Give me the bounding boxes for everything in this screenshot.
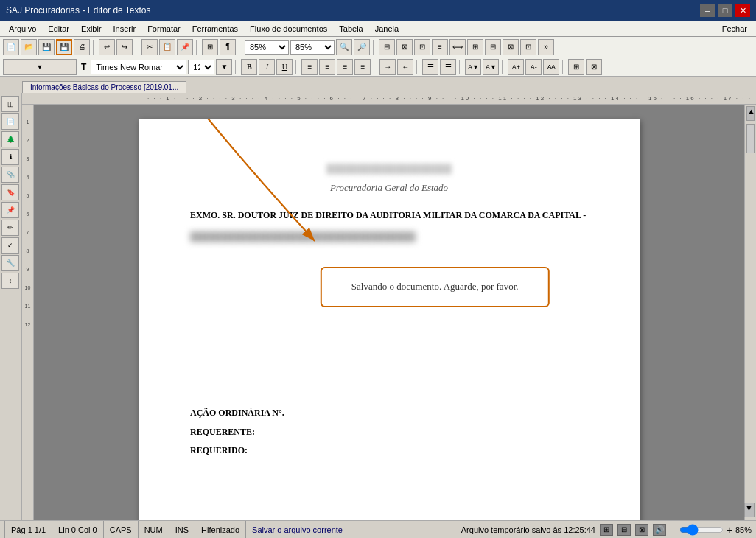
outdent-btn[interactable]: ← (397, 59, 413, 75)
side-page-btn[interactable]: 📄 (1, 113, 19, 130)
status-icon-2: ⊟ (617, 524, 631, 536)
big-text-btn[interactable]: A+ (508, 59, 524, 75)
fontcolor-btn[interactable]: A▼ (483, 59, 499, 75)
save-active-btn[interactable]: 💾 (56, 39, 72, 55)
title-bar: SAJ Procuradorias - Editor de Textos – □… (0, 0, 756, 21)
side-pin-btn[interactable]: 📌 (1, 202, 19, 218)
extra-btn-1[interactable]: ⊟ (379, 39, 395, 55)
small-text-btn[interactable]: A- (525, 59, 542, 75)
extra-btn-10[interactable]: » (538, 39, 554, 55)
align-left-btn[interactable]: ≡ (301, 59, 318, 75)
status-salvar[interactable]: Salvar o arquivo corrente (246, 521, 349, 538)
zoom-slider[interactable] (679, 524, 724, 536)
extra-btn-2[interactable]: ⊠ (396, 39, 413, 55)
undo-btn[interactable]: ↩ (99, 39, 115, 55)
side-stamp-btn[interactable]: 🔖 (1, 184, 19, 200)
menu-fechar[interactable]: Fechar (716, 23, 753, 35)
extra-btn-9[interactable]: ⊡ (520, 39, 536, 55)
side-check-btn[interactable]: ✓ (1, 237, 19, 254)
status-icon-3: ⊠ (635, 524, 648, 536)
separator-5 (373, 40, 376, 55)
menu-bar: Arquivo Editar Exibir Inserir Formatar F… (0, 21, 756, 37)
open-btn[interactable]: 📂 (21, 39, 37, 55)
horizontal-ruler: · · · 1 · · · · 2 · · · · 3 · · · · 4 · … (22, 93, 756, 105)
document-area[interactable]: ████████████████████ Procuradoria Geral … (34, 105, 744, 520)
extra-btn-5[interactable]: ⟺ (449, 39, 466, 55)
italic-btn[interactable]: I (259, 59, 275, 75)
search-btn[interactable]: 🔍 (336, 39, 352, 55)
menu-exibir[interactable]: Exibir (75, 23, 108, 35)
zoom-btn[interactable]: 🔎 (354, 39, 370, 55)
doc-tab[interactable]: Informações Básicas do Processo [2019.01… (22, 81, 186, 93)
numlist-btn[interactable]: ☰ (440, 59, 456, 75)
scroll-up-btn[interactable]: ▲ (746, 106, 755, 121)
menu-formatar[interactable]: Formatar (141, 23, 186, 35)
menu-inserir[interactable]: Inserir (108, 23, 142, 35)
underline-btn[interactable]: U (276, 59, 293, 75)
new-btn[interactable]: 📄 (3, 39, 19, 55)
status-page: Pág 1 1/1 (4, 521, 52, 538)
menu-arquivo[interactable]: Arquivo (3, 23, 42, 35)
sep-para (374, 60, 377, 74)
extra-btn-4[interactable]: ≡ (432, 39, 448, 55)
zoom-dropdown-2[interactable]: 85% (290, 40, 335, 55)
save-btn[interactable]: 💾 (38, 39, 55, 55)
side-tool-btn[interactable]: 🔧 (1, 255, 19, 271)
scroll-bar-right[interactable]: ▲ ▼ (744, 105, 756, 520)
doc-section1: AÇÃO ORDINÁRIA N°. (190, 406, 588, 420)
print-btn[interactable]: 🖨 (74, 39, 90, 55)
maximize-button[interactable]: □ (718, 4, 732, 17)
style-dropdown-btn[interactable]: ▼ (3, 59, 77, 75)
menu-tabela[interactable]: Tabela (333, 23, 368, 35)
font-family-dropdown[interactable]: Times New Romar (91, 60, 186, 74)
zoom-dropdown-1[interactable]: 85% (245, 40, 289, 55)
redo-btn[interactable]: ↪ (116, 39, 133, 55)
list-btn[interactable]: ☰ (422, 59, 438, 75)
decrease-size-btn[interactable]: ▼ (216, 59, 232, 75)
extra-fmt-btn2[interactable]: ⊠ (586, 59, 602, 75)
separator-1 (93, 40, 96, 55)
extra-btn-7[interactable]: ⊟ (485, 39, 501, 55)
side-edit-btn[interactable]: ✏ (1, 220, 19, 236)
menu-fluxo[interactable]: Fluxo de documentos (244, 23, 333, 35)
main-area: ◫ 📄 🌲 ℹ 📎 🔖 📌 ✏ ✓ 🔧 ↕ · · · 1 · · · · 2 … (0, 93, 756, 520)
extra-fmt-btn[interactable]: ⊞ (568, 59, 584, 75)
doc-body[interactable]: EXMO. SR. DOUTOR JUIZ DE DIREITO DA AUDI… (190, 209, 588, 458)
sep-list (416, 60, 419, 74)
menu-janela[interactable]: Janela (369, 23, 405, 35)
table-btn[interactable]: ⊞ (202, 39, 218, 55)
paste-btn[interactable]: 📌 (177, 39, 193, 55)
align-justify-btn[interactable]: ≡ (354, 59, 371, 75)
align-center-btn[interactable]: ≡ (319, 59, 335, 75)
font-size-dropdown[interactable]: 12 (188, 60, 214, 74)
status-arquivo-temp: Arquivo temporário salvo às 12:25:44 (461, 525, 595, 534)
sep-align (295, 60, 298, 74)
bold-btn[interactable]: B (241, 59, 257, 75)
indent-btn[interactable]: → (379, 59, 396, 75)
align-right-btn[interactable]: ≡ (337, 59, 353, 75)
extra-btn-6[interactable]: ⊞ (467, 39, 483, 55)
close-button[interactable]: ✕ (735, 4, 750, 17)
extra-btn-3[interactable]: ⊡ (414, 39, 430, 55)
menu-ferramentas[interactable]: Ferramentas (186, 23, 244, 35)
cut-btn[interactable]: ✂ (141, 39, 158, 55)
zoom-out-btn[interactable]: – (671, 524, 676, 536)
side-info-btn[interactable]: ℹ (1, 149, 19, 165)
zoom-in-btn[interactable]: + (727, 524, 732, 536)
inner-layout: 1 2 3 4 5 6 7 8 9 10 11 12 █ (22, 105, 756, 520)
menu-editar[interactable]: Editar (42, 23, 75, 35)
side-tree-btn[interactable]: 🌲 (1, 131, 19, 147)
scroll-down-btn[interactable]: ▼ (744, 503, 755, 517)
side-arrow-btn[interactable]: ↕ (1, 273, 19, 289)
copy-btn[interactable]: 📋 (159, 39, 175, 55)
highlight-btn[interactable]: A▼ (465, 59, 481, 75)
side-clip-btn[interactable]: 📎 (1, 167, 19, 183)
extra-btn-8[interactable]: ⊠ (503, 39, 519, 55)
scroll-thumb[interactable] (746, 124, 755, 153)
zoom-area: – + 85% (671, 524, 752, 536)
para-btn[interactable]: ¶ (220, 39, 236, 55)
minimize-button[interactable]: – (700, 4, 715, 17)
caps-btn[interactable]: AA (543, 59, 559, 75)
status-hifenizado: Hifenizado (195, 521, 246, 538)
side-ruler-btn[interactable]: ◫ (1, 96, 19, 112)
